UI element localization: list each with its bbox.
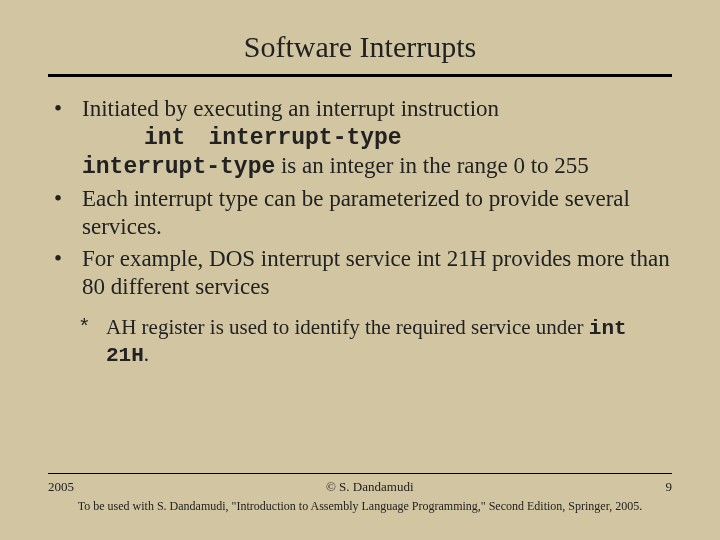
bullet-1-intro: Initiated by executing an interrupt inst… bbox=[82, 96, 499, 121]
slide-title: Software Interrupts bbox=[48, 30, 672, 64]
bullet-mark: • bbox=[48, 245, 82, 301]
footer-rule bbox=[48, 473, 672, 474]
sub-bullet-mark: * bbox=[48, 315, 106, 368]
footer-copyright: © S. Dandamudi bbox=[326, 479, 414, 495]
bullet-1-syntax: int interrupt-type bbox=[82, 123, 672, 152]
footer-citation: To be used with S. Dandamudi, "Introduct… bbox=[48, 499, 672, 514]
footer: 2005 © S. Dandamudi 9 To be used with S.… bbox=[48, 479, 672, 514]
bullet-1-range-code: interrupt-type bbox=[82, 154, 275, 180]
syntax-arg: interrupt-type bbox=[208, 125, 401, 151]
sub-text-pre: AH register is used to identify the requ… bbox=[106, 315, 589, 339]
sub-text-post: . bbox=[144, 342, 149, 366]
bullet-2: • Each interrupt type can be parameteriz… bbox=[48, 185, 672, 241]
title-rule bbox=[48, 74, 672, 77]
footer-page: 9 bbox=[665, 479, 672, 495]
slide: Software Interrupts • Initiated by execu… bbox=[0, 0, 720, 540]
syntax-keyword: int bbox=[144, 125, 185, 151]
bullet-mark: • bbox=[48, 185, 82, 241]
bullet-3-text: For example, DOS interrupt service int 2… bbox=[82, 245, 672, 301]
bullet-1: • Initiated by executing an interrupt in… bbox=[48, 95, 672, 181]
bullet-mark: • bbox=[48, 95, 82, 181]
footer-row: 2005 © S. Dandamudi 9 bbox=[48, 479, 672, 495]
bullet-3: • For example, DOS interrupt service int… bbox=[48, 245, 672, 301]
bullet-1-range-text: is an integer in the range 0 to 255 bbox=[275, 153, 589, 178]
sub-bullet-content: AH register is used to identify the requ… bbox=[106, 315, 672, 368]
slide-body: • Initiated by executing an interrupt in… bbox=[48, 95, 672, 369]
bullet-2-text: Each interrupt type can be parameterized… bbox=[82, 185, 672, 241]
bullet-content: Initiated by executing an interrupt inst… bbox=[82, 95, 672, 181]
footer-year: 2005 bbox=[48, 479, 74, 495]
sub-bullet: * AH register is used to identify the re… bbox=[48, 315, 672, 368]
